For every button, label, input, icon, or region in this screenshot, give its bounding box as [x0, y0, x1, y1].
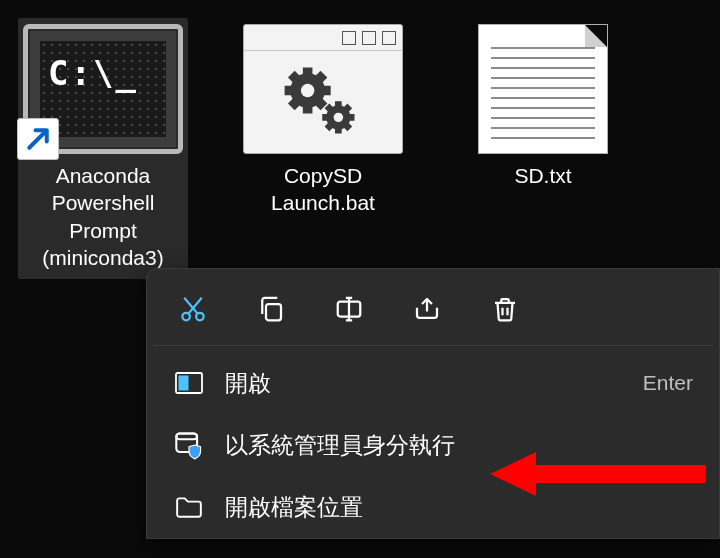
svg-point-9: [301, 84, 314, 97]
cut-icon[interactable]: [175, 291, 211, 327]
annotation-arrow: [490, 452, 706, 496]
svg-line-8: [317, 100, 324, 107]
file-grid: C:\_ Anaconda Powershell Prompt (minicon…: [0, 0, 720, 279]
context-menu-toolbar: [147, 281, 719, 345]
menu-item-open[interactable]: 開啟 Enter: [147, 352, 719, 414]
share-icon[interactable]: [409, 291, 445, 327]
bat-file-icon: [243, 24, 403, 154]
context-menu: 開啟 Enter 以系統管理員身分執行 開啟檔案位置: [146, 268, 720, 539]
svg-line-7: [291, 100, 298, 107]
file-label: CopySD Launch.bat: [271, 162, 375, 217]
txt-file-icon: [463, 24, 623, 154]
rename-icon[interactable]: [331, 291, 367, 327]
file-item-sdtxt[interactable]: SD.txt: [458, 18, 628, 197]
svg-point-19: [334, 113, 343, 122]
svg-rect-33: [176, 433, 197, 439]
folder-icon: [173, 491, 205, 523]
menu-item-shortcut: Enter: [643, 371, 693, 395]
svg-line-5: [291, 74, 298, 81]
shield-admin-icon: [173, 429, 205, 461]
menu-item-label: 開啟檔案位置: [225, 492, 693, 523]
svg-rect-24: [266, 304, 281, 320]
svg-line-6: [317, 74, 324, 81]
menu-item-label: 開啟: [225, 368, 623, 399]
svg-line-16: [345, 106, 350, 111]
open-icon: [173, 367, 205, 399]
file-item-copysd[interactable]: CopySD Launch.bat: [238, 18, 408, 225]
delete-icon[interactable]: [487, 291, 523, 327]
file-label: SD.txt: [514, 162, 571, 189]
svg-line-15: [327, 106, 332, 111]
terminal-prompt-text: C:\_: [48, 53, 138, 137]
copy-icon[interactable]: [253, 291, 289, 327]
svg-rect-31: [179, 376, 189, 391]
menu-divider: [153, 345, 713, 346]
svg-line-18: [345, 124, 350, 129]
file-item-anaconda[interactable]: C:\_ Anaconda Powershell Prompt (minicon…: [18, 18, 188, 279]
svg-point-20: [182, 313, 190, 321]
shortcut-arrow-icon: [17, 118, 59, 160]
svg-line-17: [327, 124, 332, 129]
file-label: Anaconda Powershell Prompt (miniconda3): [42, 162, 163, 271]
gears-icon: [275, 62, 371, 142]
terminal-shortcut-icon: C:\_: [23, 24, 183, 154]
svg-point-21: [196, 313, 204, 321]
